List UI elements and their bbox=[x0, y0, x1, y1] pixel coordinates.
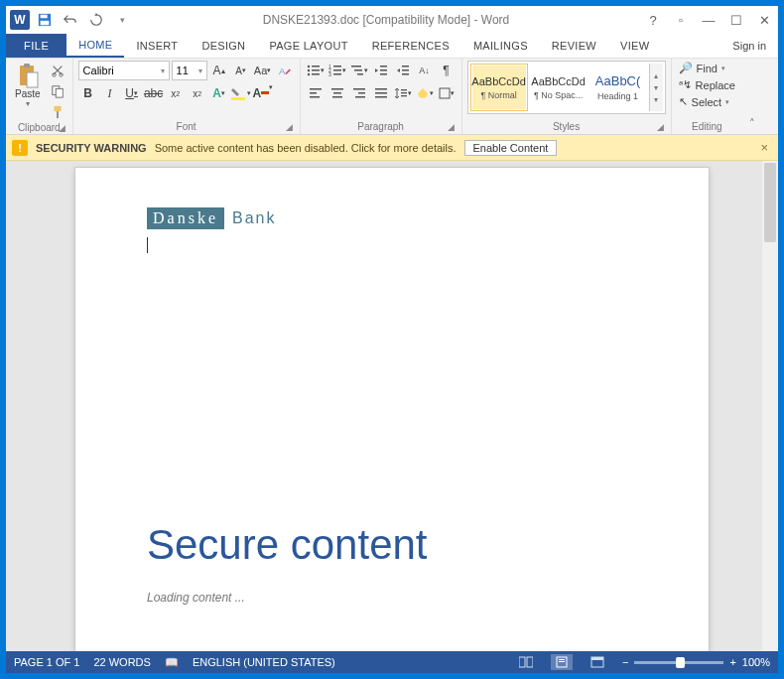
document-subtext: Loading content ... bbox=[147, 591, 637, 605]
tab-review[interactable]: REVIEW bbox=[540, 34, 608, 58]
tab-insert[interactable]: INSERT bbox=[124, 34, 190, 58]
zoom-level[interactable]: 100% bbox=[742, 656, 770, 668]
select-button[interactable]: ↖Select ▾ bbox=[677, 94, 737, 109]
svg-rect-47 bbox=[401, 89, 407, 90]
strikethrough-button[interactable]: abc bbox=[144, 83, 164, 103]
save-icon[interactable] bbox=[34, 9, 56, 31]
close-warning-icon[interactable]: × bbox=[756, 140, 772, 155]
highlight-icon[interactable]: ▾ bbox=[231, 83, 251, 103]
security-warning-text: Some active content has been disabled. C… bbox=[155, 142, 457, 154]
superscript-button[interactable]: x2 bbox=[188, 83, 207, 103]
security-warning-label: SECURITY WARNING bbox=[36, 142, 147, 154]
text-effects-icon[interactable]: A▾ bbox=[209, 83, 229, 103]
sign-in-link[interactable]: Sign in bbox=[720, 34, 778, 58]
align-right-icon[interactable] bbox=[349, 83, 369, 103]
line-spacing-icon[interactable]: ▾ bbox=[393, 83, 413, 103]
zoom-out-button[interactable]: − bbox=[622, 656, 628, 668]
style-normal[interactable]: AaBbCcDd ¶ Normal bbox=[470, 64, 528, 111]
svg-rect-48 bbox=[401, 92, 407, 93]
italic-button[interactable]: I bbox=[100, 83, 120, 103]
decrease-indent-icon[interactable] bbox=[371, 61, 391, 80]
zoom-in-button[interactable]: + bbox=[729, 656, 735, 668]
undo-icon[interactable] bbox=[60, 9, 81, 31]
shading-icon[interactable]: ▾ bbox=[415, 83, 435, 103]
style-no-spacing[interactable]: AaBbCcDd ¶ No Spac... bbox=[530, 64, 588, 111]
copy-icon[interactable] bbox=[48, 81, 67, 101]
change-case-icon[interactable]: Aa▾ bbox=[253, 61, 273, 80]
tab-page-layout[interactable]: PAGE LAYOUT bbox=[257, 34, 359, 58]
minimize-button[interactable]: — bbox=[695, 9, 722, 31]
format-painter-icon[interactable] bbox=[48, 102, 67, 122]
qat-customize-icon[interactable]: ▾ bbox=[111, 9, 133, 31]
web-layout-icon[interactable] bbox=[587, 654, 608, 670]
tab-references[interactable]: REFERENCES bbox=[360, 34, 461, 58]
document-area: pc risk.com Danske Bank Secure content L… bbox=[6, 161, 778, 651]
read-mode-icon[interactable] bbox=[515, 654, 537, 670]
svg-rect-27 bbox=[354, 69, 362, 71]
svg-rect-39 bbox=[333, 92, 341, 94]
cut-icon[interactable] bbox=[48, 61, 67, 80]
status-proofing-icon[interactable]: 📖 bbox=[165, 656, 179, 669]
svg-rect-52 bbox=[527, 657, 533, 667]
font-color-icon[interactable]: A▾ bbox=[253, 83, 273, 103]
replace-button[interactable]: ᵃ↯Replace bbox=[677, 77, 737, 92]
zoom-slider[interactable] bbox=[634, 661, 723, 664]
tab-design[interactable]: DESIGN bbox=[190, 34, 257, 58]
paste-button[interactable]: Paste ▾ bbox=[11, 61, 45, 110]
group-label-styles: Styles bbox=[553, 121, 580, 132]
bold-button[interactable]: B bbox=[78, 83, 98, 103]
tab-view[interactable]: VIEW bbox=[608, 34, 661, 58]
svg-rect-36 bbox=[310, 92, 317, 94]
underline-button[interactable]: U▾ bbox=[122, 83, 142, 103]
status-words[interactable]: 22 WORDS bbox=[93, 656, 150, 668]
grow-font-icon[interactable]: A▴ bbox=[209, 61, 229, 80]
multilevel-list-icon[interactable]: ▾ bbox=[349, 61, 369, 80]
close-button[interactable]: ✕ bbox=[750, 9, 778, 31]
style-heading-1[interactable]: AaBbC( Heading 1 bbox=[589, 64, 647, 111]
dialog-launcher-icon[interactable]: ◢ bbox=[448, 122, 455, 132]
increase-indent-icon[interactable] bbox=[393, 61, 413, 80]
font-size-combo[interactable]: 11▾ bbox=[172, 61, 207, 80]
collapse-ribbon-icon[interactable]: ˄ bbox=[742, 59, 762, 134]
status-page[interactable]: PAGE 1 OF 1 bbox=[14, 656, 79, 668]
dialog-launcher-icon[interactable]: ◢ bbox=[286, 122, 293, 132]
ribbon-display-icon[interactable]: ▫ bbox=[667, 9, 695, 31]
dialog-launcher-icon[interactable]: ◢ bbox=[59, 123, 65, 133]
help-icon[interactable]: ? bbox=[639, 9, 667, 31]
shrink-font-icon[interactable]: A▾ bbox=[231, 61, 251, 80]
status-language[interactable]: ENGLISH (UNITED STATES) bbox=[193, 656, 335, 668]
align-left-icon[interactable] bbox=[306, 83, 326, 103]
tab-file[interactable]: FILE bbox=[6, 34, 66, 58]
sort-icon[interactable]: A↓ bbox=[415, 61, 435, 80]
tab-home[interactable]: HOME bbox=[66, 34, 124, 58]
svg-rect-50 bbox=[440, 88, 450, 98]
scrollbar-thumb[interactable] bbox=[764, 163, 776, 242]
bullets-icon[interactable]: ▾ bbox=[306, 61, 326, 80]
align-center-icon[interactable] bbox=[327, 83, 347, 103]
vertical-scrollbar[interactable] bbox=[762, 161, 778, 651]
justify-icon[interactable] bbox=[371, 83, 391, 103]
svg-text:3: 3 bbox=[328, 71, 331, 76]
document-page[interactable]: Danske Bank Secure content Loading conte… bbox=[74, 167, 710, 651]
dialog-launcher-icon[interactable]: ◢ bbox=[657, 122, 664, 132]
show-marks-icon[interactable]: ¶ bbox=[437, 61, 457, 80]
font-name-combo[interactable]: Calibri▾ bbox=[78, 61, 170, 80]
styles-more-button[interactable]: ▴▾▾ bbox=[649, 64, 663, 111]
titlebar: W ▾ DNSKE21393.doc [Compatibility Mode] … bbox=[6, 6, 778, 34]
svg-rect-51 bbox=[519, 657, 525, 667]
svg-rect-10 bbox=[54, 106, 61, 111]
print-layout-icon[interactable] bbox=[551, 654, 573, 670]
redo-icon[interactable] bbox=[85, 9, 107, 31]
svg-rect-46 bbox=[375, 96, 387, 98]
tab-mailings[interactable]: MAILINGS bbox=[461, 34, 540, 58]
borders-icon[interactable]: ▾ bbox=[437, 83, 457, 103]
find-button[interactable]: 🔎Find ▾ bbox=[677, 61, 737, 75]
numbering-icon[interactable]: 123▾ bbox=[327, 61, 347, 80]
svg-rect-11 bbox=[57, 111, 59, 118]
chevron-down-icon: ▾ bbox=[26, 99, 30, 108]
maximize-button[interactable]: ☐ bbox=[722, 9, 750, 31]
security-warning-bar: ! SECURITY WARNING Some active content h… bbox=[6, 135, 778, 161]
clear-formatting-icon[interactable]: A bbox=[275, 61, 295, 80]
subscript-button[interactable]: x2 bbox=[166, 83, 186, 103]
enable-content-button[interactable]: Enable Content bbox=[464, 140, 558, 156]
